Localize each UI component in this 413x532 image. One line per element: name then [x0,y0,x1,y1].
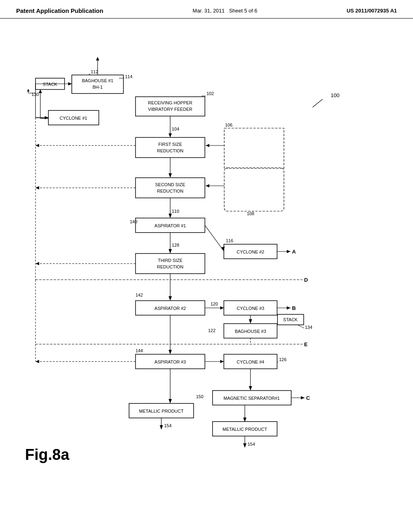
recv-label2: VIBRATORY FEEDER [148,107,192,112]
recv-box [136,97,205,116]
ref-114: 114 [125,74,132,79]
ref-128: 128 [172,243,179,247]
svg-line-12 [205,225,224,251]
second-box [136,178,205,198]
ref-154a: 154 [164,423,171,428]
cyclone4-label: CYCLONE #4 [237,360,264,364]
svg-marker-35 [220,360,224,363]
rect108-box [224,168,284,211]
svg-marker-7 [169,173,172,178]
ref-102: 102 [206,91,214,96]
cyclone3-label: CYCLONE #3 [237,306,264,311]
diagram-area: 100 STACK 130 BAGHOUSE #1 BH-1 114 112 R… [0,19,413,528]
ref-142: 142 [136,293,143,297]
svg-marker-11 [169,214,172,218]
bh1-label1: BAGHOUSE #1 [82,78,113,83]
first-box [136,137,205,158]
asp3-label: ASPIRATOR #3 [154,360,186,364]
svg-marker-1 [96,57,99,60]
ref-100: 100 [331,92,340,98]
third-label2: REDUCTION [157,264,183,269]
svg-marker-33 [169,350,172,354]
bh1-box [72,75,123,94]
svg-marker-17 [287,250,290,253]
svg-marker-54 [68,82,72,85]
publication-number: US 2011/0072935 A1 [346,8,397,14]
third-label1: THIRD SIZE [158,258,182,263]
ref-126: 126 [279,357,286,362]
publication-date-sheet: Mar. 31, 2011 Sheet 5 of 6 [193,8,257,14]
svg-marker-27 [220,306,224,310]
svg-marker-3 [169,133,172,137]
svg-marker-42 [249,386,252,391]
ref-108: 108 [247,211,254,216]
third-box [136,254,205,274]
metprod1-label: METALLIC PRODUCT [139,409,184,414]
svg-marker-22 [35,186,39,189]
ref-122: 122 [208,328,215,333]
ref-112: 112 [91,69,98,74]
fig-label: Fig.8a [25,446,70,463]
ref-150: 150 [196,394,203,399]
ref-134: 134 [305,325,312,330]
rect106-box [224,128,284,168]
bh3-label: BAGHOUSE #3 [235,329,266,334]
svg-marker-15 [169,249,172,254]
ref-106: 106 [225,123,232,127]
ref-144: 144 [136,348,143,353]
recv-label1: RECEIVING HOPPER [148,100,192,105]
svg-marker-40 [160,425,163,430]
magsep-label: MAGNETIC SEPARATOR#1 [223,396,280,401]
metprod2-label: METALLIC PRODUCT [223,427,267,432]
svg-marker-23 [35,262,39,265]
ref-154b: 154 [248,442,255,447]
first-label2: REDUCTION [157,148,183,153]
label-B: B [292,305,296,311]
ref-104: 104 [172,127,179,131]
ref-110: 110 [172,209,179,214]
first-label1: FIRST SIZE [158,142,182,147]
label-A: A [292,249,296,255]
stack2-label: STACK [283,317,298,322]
svg-marker-5 [206,144,209,147]
label-D: D [304,277,308,283]
second-label1: SECOND SIZE [155,182,186,187]
svg-marker-57 [39,89,42,93]
ref-140: 140 [130,219,137,224]
ref-130: 130 [31,92,39,97]
ref-120: 120 [211,301,218,306]
svg-marker-31 [249,319,252,324]
svg-marker-29 [287,306,290,310]
svg-marker-48 [243,443,246,448]
svg-marker-21 [35,144,39,147]
svg-marker-38 [169,399,172,403]
label-C: C [306,395,310,401]
stack1-label: STACK [43,82,58,87]
label-E: E [304,341,308,347]
asp2-label: ASPIRATOR #2 [154,306,186,311]
svg-marker-44 [301,396,305,399]
bh1-label2: BH-1 [92,85,102,89]
cyclone2-label: CYCLONE #2 [237,249,264,254]
publication-title: Patent Application Publication [16,7,103,14]
page-header: Patent Application Publication Mar. 31, … [0,0,413,19]
svg-marker-9 [206,184,209,187]
asp1-label: ASPIRATOR #1 [154,223,186,228]
patent-diagram: 100 STACK 130 BAGHOUSE #1 BH-1 114 112 R… [0,19,413,528]
svg-marker-25 [169,296,172,301]
second-label2: REDUCTION [157,189,183,193]
ref-116: 116 [226,238,233,243]
svg-marker-36 [35,360,39,363]
cyclone1-label: CYCLONE #1 [60,116,87,121]
